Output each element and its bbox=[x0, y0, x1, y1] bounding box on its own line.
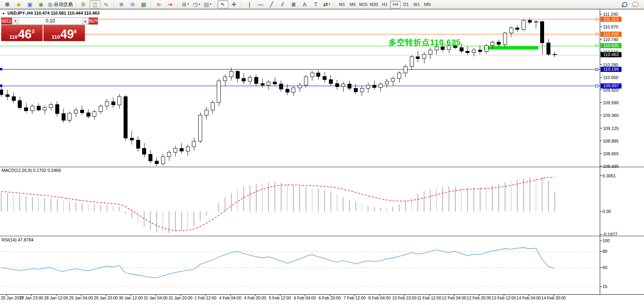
timeframe-button-mn[interactable]: MN bbox=[422, 1, 432, 8]
timeframe-button-m5[interactable]: M5 bbox=[347, 1, 358, 8]
collapse-panel-icon[interactable]: ▲ bbox=[2, 11, 5, 15]
horizontal-line-icon[interactable]: — bbox=[255, 0, 266, 8]
crosshair-icon[interactable]: ✛ bbox=[229, 0, 239, 8]
time-axis-label: 12 Feb 04:00 bbox=[442, 296, 466, 300]
chart-annotation-text[interactable]: 多空转折点110.625 bbox=[389, 37, 461, 48]
equidistant-channel-icon[interactable]: ⫽ bbox=[277, 0, 288, 8]
time-axis-label: 29 Jan 20:00 bbox=[94, 296, 118, 300]
sell-button[interactable]: SELL bbox=[1, 17, 12, 24]
horizontal-line-icon: — bbox=[258, 2, 263, 7]
chat-icon[interactable] bbox=[632, 2, 638, 7]
cursor-icon[interactable]: ↖ bbox=[218, 0, 228, 8]
dropdown-arrow-icon[interactable]: ▾ bbox=[210, 3, 211, 6]
text-icon[interactable]: A bbox=[299, 0, 310, 8]
time-axis-label: 12 Feb 20:00 bbox=[467, 296, 491, 300]
timeframe-button-h4[interactable]: H4 bbox=[390, 1, 400, 8]
time-axis-label: 31 Jan 04:00 bbox=[144, 296, 168, 300]
candlestick-chart-icon[interactable]: ◫ bbox=[90, 0, 100, 8]
time-axis-label: 5 Feb 12:00 bbox=[269, 296, 291, 300]
time-axis-label: 6 Feb 20:00 bbox=[319, 296, 341, 300]
time-axis-label: 30 Jan 12:00 bbox=[119, 296, 143, 300]
new-chart-icon: ⊞ bbox=[182, 2, 187, 7]
autotrading-button: ◍ bbox=[48, 2, 53, 7]
timeframe-button-w1[interactable]: W1 bbox=[411, 1, 422, 8]
volume-input[interactable] bbox=[19, 18, 82, 24]
timeframe-button-m15[interactable]: M15 bbox=[358, 1, 368, 8]
dropdown-arrow-icon[interactable]: ▾ bbox=[199, 3, 200, 6]
line-chart-icon: ∿ bbox=[104, 2, 109, 7]
price-axis-label: 110.970 bbox=[603, 24, 618, 29]
dropdown-arrow-icon[interactable]: ▾ bbox=[188, 3, 189, 6]
buy-price-prefix: 110 bbox=[52, 34, 60, 40]
sell-price-sup: 3 bbox=[32, 29, 34, 34]
periods-icon[interactable]: ◷▾ bbox=[191, 0, 202, 8]
volume-increase-button[interactable]: ▲ bbox=[82, 18, 88, 24]
bar-chart-icon: ⊪ bbox=[82, 2, 86, 7]
time-axis-label: 7 Feb 12:00 bbox=[344, 296, 366, 300]
timeframe-button-d1[interactable]: D1 bbox=[401, 1, 411, 8]
zoom-out-icon: ⊖ bbox=[130, 2, 135, 7]
price-tag: 110.838 bbox=[601, 32, 621, 37]
search-icon[interactable] bbox=[622, 2, 627, 7]
price-axis-label: 108.665 bbox=[603, 151, 619, 156]
chart-window-icon: ▣ bbox=[27, 2, 32, 7]
new-chart-icon[interactable]: ⊞▾ bbox=[180, 0, 191, 8]
auto-scroll-icon[interactable]: ⊳ bbox=[154, 0, 164, 8]
toolbar: 单◆▣◉◍自动交易⊪◫∿⊕⊖▦⊳⇥⊞▾◷▾▤▾↖✛∣—╱⫽≣AT⇄▾M1M5M1… bbox=[0, 0, 644, 9]
timeframe-button-m1[interactable]: M1 bbox=[337, 1, 347, 8]
zoom-out-icon[interactable]: ⊖ bbox=[127, 0, 138, 8]
trendline-icon[interactable]: ╱ bbox=[266, 0, 277, 8]
text-icon: A bbox=[303, 2, 306, 7]
toolbar-right bbox=[622, 2, 638, 7]
cursor-icon: ↖ bbox=[221, 2, 225, 7]
sell-quote-button[interactable]: 110 46 3 bbox=[1, 25, 43, 41]
buy-price-sup: 6 bbox=[74, 29, 77, 34]
crosshair-icon: ✛ bbox=[232, 2, 237, 7]
dropdown-arrow-icon[interactable]: ▾ bbox=[329, 3, 330, 6]
volume-decrease-button[interactable]: ▼ bbox=[12, 18, 19, 24]
text-label-icon[interactable]: T bbox=[310, 0, 321, 8]
chart-shift-icon: ⇥ bbox=[168, 2, 173, 7]
price-tag: 110.199 bbox=[601, 67, 621, 72]
time-axis-label: 14 Feb 20:00 bbox=[541, 296, 566, 300]
rsi-axis-label: 50 bbox=[603, 265, 607, 270]
time-axis-label: 4 Feb 20:00 bbox=[244, 296, 266, 300]
bar-chart-icon[interactable]: ⊪ bbox=[79, 0, 89, 8]
fibonacci-icon[interactable]: ≣ bbox=[288, 0, 299, 8]
price-tag: 110.463 bbox=[601, 52, 621, 57]
auto-scroll-icon: ⊳ bbox=[157, 2, 161, 7]
equidistant-channel-icon: ⫽ bbox=[282, 2, 284, 7]
macd-indicator-label: MACD(12,26,9) 0.1702 0.2468 bbox=[2, 168, 61, 173]
zoom-in-icon[interactable]: ⊕ bbox=[116, 0, 127, 8]
autotrading-button[interactable]: ◍自动交易 bbox=[47, 0, 74, 8]
chart-shift-icon[interactable]: ⇥ bbox=[165, 0, 175, 8]
navigator-icon[interactable]: ◉ bbox=[36, 0, 46, 8]
buy-quote-button[interactable]: 110 49 6 bbox=[43, 25, 85, 41]
symbol-title: ▲ USDJPY-,H4 110.474 110.581 110.444 110… bbox=[2, 11, 100, 15]
timeframe-button-h1[interactable]: H1 bbox=[379, 1, 390, 8]
new-order-icon[interactable]: ◆ bbox=[13, 0, 24, 8]
price-axis-label: 109.820 bbox=[603, 88, 619, 92]
navigator-icon: ◉ bbox=[38, 2, 43, 7]
tile-windows-icon[interactable]: ▦ bbox=[138, 0, 149, 8]
price-axis-label: 109.360 bbox=[603, 113, 619, 118]
toolbar-items: 单◆▣◉◍自动交易⊪◫∿⊕⊖▦⊳⇥⊞▾◷▾▤▾↖✛∣—╱⫽≣AT⇄▾M1M5M1… bbox=[2, 0, 432, 8]
order-button[interactable]: 单 bbox=[2, 0, 13, 8]
text-label-icon: T bbox=[314, 2, 317, 7]
trading-terminal-window: 单◆▣◉◍自动交易⊪◫∿⊕⊖▦⊳⇥⊞▾◷▾▤▾↖✛∣—╱⫽≣AT⇄▾M1M5M1… bbox=[0, 0, 644, 305]
timeframe-button-m30[interactable]: M30 bbox=[369, 1, 379, 8]
chart-window-icon[interactable]: ▣ bbox=[24, 0, 35, 8]
templates-icon[interactable]: ▤▾ bbox=[202, 0, 213, 8]
chart-area: ▲ USDJPY-,H4 110.474 110.581 110.444 110… bbox=[0, 9, 644, 305]
fibonacci-icon: ≣ bbox=[291, 2, 296, 7]
chart-canvas[interactable] bbox=[0, 9, 644, 305]
buy-price-big: 49 bbox=[60, 30, 74, 40]
buy-button[interactable]: BUY bbox=[89, 17, 98, 24]
vertical-line-icon[interactable]: ∣ bbox=[244, 0, 255, 8]
arrows-icon[interactable]: ⇄▾ bbox=[321, 0, 332, 8]
line-chart-icon[interactable]: ∿ bbox=[101, 0, 111, 8]
time-axis-label: 13 Feb 12:00 bbox=[492, 296, 516, 300]
time-axis-label: 11 Feb 12:00 bbox=[417, 296, 441, 300]
rsi-indicator-label: RSI(14) 47.8784 bbox=[2, 237, 34, 242]
periods-icon: ◷ bbox=[193, 2, 198, 7]
